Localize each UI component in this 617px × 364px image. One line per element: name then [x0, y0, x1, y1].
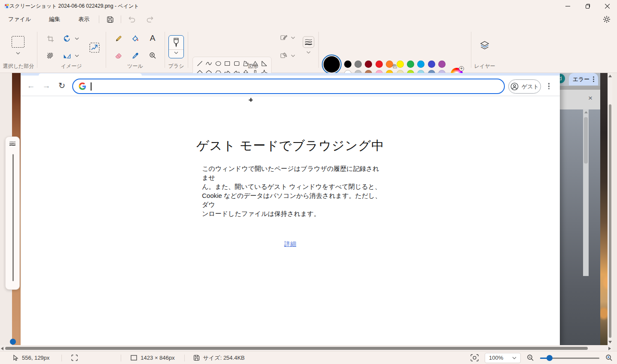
crosshair-cursor — [249, 98, 253, 102]
eyedropper-tool[interactable] — [130, 50, 141, 61]
section-shapes: 図形 — [188, 27, 318, 73]
menu-file[interactable]: ファイル — [3, 13, 36, 25]
pencil-tool[interactable] — [113, 33, 124, 44]
zoom-slider-thumb[interactable] — [547, 355, 553, 361]
cursor-position-value: 556, 129px — [22, 355, 49, 361]
zoom-level-value: 100% — [489, 355, 503, 361]
flip-button[interactable] — [61, 50, 73, 61]
crop-button[interactable] — [45, 33, 56, 44]
section-label: ツール — [106, 63, 165, 70]
shape-outline-chevron[interactable] — [291, 36, 295, 39]
selection-size-icon — [71, 355, 78, 361]
scroll-up-arrow[interactable] — [608, 75, 612, 77]
guest-mode-description: このウィンドウで開いたページはブラウザの履歴に記録されませ ん。また、開いている… — [202, 164, 382, 218]
google-g-icon — [78, 82, 87, 91]
menu-bar: ファイル 編集 表示 — [0, 12, 617, 27]
save-button[interactable] — [104, 14, 116, 25]
paint-logo-icon — [3, 3, 10, 9]
browser-menu-dots-icon — [548, 82, 550, 91]
scroll-down-arrow[interactable] — [608, 341, 612, 343]
canvas-size-icon — [131, 355, 137, 361]
browser-back-icon: ← — [24, 79, 38, 93]
status-bar: 556, 129px 1423 × 846px サイズ: 254.4KB 100… — [0, 351, 617, 364]
rotate-dropdown-chevron[interactable] — [75, 37, 79, 40]
layers-button[interactable] — [478, 39, 492, 52]
zoom-dropdown-chevron — [512, 357, 516, 359]
size-slider-panel — [5, 136, 20, 290]
section-layers: レイヤー — [471, 27, 498, 73]
browser-address-bar — [72, 79, 505, 94]
scroll-left-arrow[interactable] — [1, 347, 3, 350]
selection-tool-button[interactable] — [12, 36, 24, 48]
section-brush: ブラシ — [165, 27, 188, 73]
file-size-icon — [193, 355, 200, 361]
zoom-out-icon[interactable] — [527, 354, 534, 361]
guest-profile-button: ゲスト — [508, 79, 541, 94]
details-link: 詳細 — [284, 240, 296, 247]
text-tool[interactable]: A — [147, 33, 158, 44]
section-label: レイヤー — [471, 63, 498, 70]
title-bar: スクリーンショット 2024-06-06 022429.png - ペイント — [0, 0, 617, 12]
browser-reload-icon: ↻ — [55, 79, 69, 93]
eraser-tool[interactable] — [113, 50, 124, 61]
zoom-in-icon[interactable] — [605, 354, 613, 361]
section-selection: 選択した部分 — [0, 27, 37, 73]
screenshot-browser-window: ← → ↻ ゲスト — [21, 73, 560, 345]
shape-outline-button[interactable] — [279, 33, 289, 42]
brush-dropdown-chevron[interactable] — [174, 52, 178, 54]
fill-tool[interactable] — [130, 33, 141, 44]
section-label: 選択した部分 — [0, 63, 37, 70]
section-colors: + 色 — [318, 27, 471, 73]
rotate-button[interactable] — [61, 33, 73, 44]
canvas-size-value: 1423 × 846px — [141, 355, 174, 361]
thickness-button[interactable] — [302, 36, 315, 49]
guest-mode-heading: ゲスト モードでブラウジング中 — [21, 137, 560, 155]
window-title: スクリーンショット 2024-06-06 022429.png - ペイント — [9, 3, 139, 10]
minimize-button[interactable] — [558, 0, 577, 12]
horizontal-scrollbar[interactable] — [0, 345, 612, 351]
magnifier-tool[interactable] — [147, 50, 158, 61]
browser-forward-icon: → — [40, 79, 53, 93]
shape-fill-chevron[interactable] — [291, 55, 295, 57]
menu-edit[interactable]: 編集 — [44, 13, 65, 25]
error-tab: エラー — [569, 73, 598, 85]
vertical-scroll-thumb[interactable] — [609, 104, 611, 338]
horizontal-scroll-thumb[interactable] — [5, 347, 588, 350]
file-size-value: サイズ: 254.4KB — [203, 354, 245, 362]
settings-gear-icon[interactable] — [600, 14, 613, 25]
details-link-wrap: 詳細 — [21, 240, 560, 248]
thickness-icon — [9, 140, 16, 146]
section-label: 色 — [318, 63, 471, 70]
zoom-level-dropdown[interactable]: 100% — [485, 353, 521, 363]
maximize-button[interactable] — [577, 0, 597, 12]
error-close-icon: × — [586, 94, 594, 102]
undo-button[interactable] — [125, 14, 138, 25]
section-label: 図形 — [188, 63, 318, 70]
resize-button[interactable] — [88, 41, 101, 54]
canvas-area: d エラー × ← → ↻ — [0, 73, 617, 351]
brush-button[interactable] — [168, 35, 184, 58]
zoom-slider[interactable] — [540, 355, 599, 361]
vertical-scrollbar[interactable] — [608, 73, 612, 345]
shape-fill-button[interactable] — [279, 51, 289, 60]
flip-dropdown-chevron[interactable] — [75, 55, 79, 57]
retouch-button[interactable] — [45, 50, 56, 61]
text-caret — [91, 82, 92, 91]
section-label: ブラシ — [165, 63, 188, 70]
size-slider-thumb[interactable] — [10, 339, 16, 345]
menu-view[interactable]: 表示 — [73, 13, 95, 25]
error-scrollbar — [583, 109, 589, 276]
thickness-chevron[interactable] — [306, 51, 311, 54]
cursor-position-icon — [13, 355, 18, 361]
fit-to-screen-icon[interactable] — [470, 354, 479, 361]
paint-canvas[interactable]: d エラー × ← → ↻ — [12, 73, 612, 345]
section-image: イメージ — [37, 27, 106, 73]
ribbon: 選択した部分 イメージ A — [0, 27, 617, 73]
selection-dropdown-chevron[interactable] — [16, 52, 20, 55]
scroll-right-arrow[interactable] — [608, 347, 611, 350]
close-button[interactable] — [597, 0, 617, 12]
guest-avatar-icon — [510, 82, 519, 91]
redo-button[interactable] — [144, 14, 156, 25]
size-slider-track[interactable] — [12, 154, 14, 281]
section-tools: A ツール — [106, 27, 165, 73]
